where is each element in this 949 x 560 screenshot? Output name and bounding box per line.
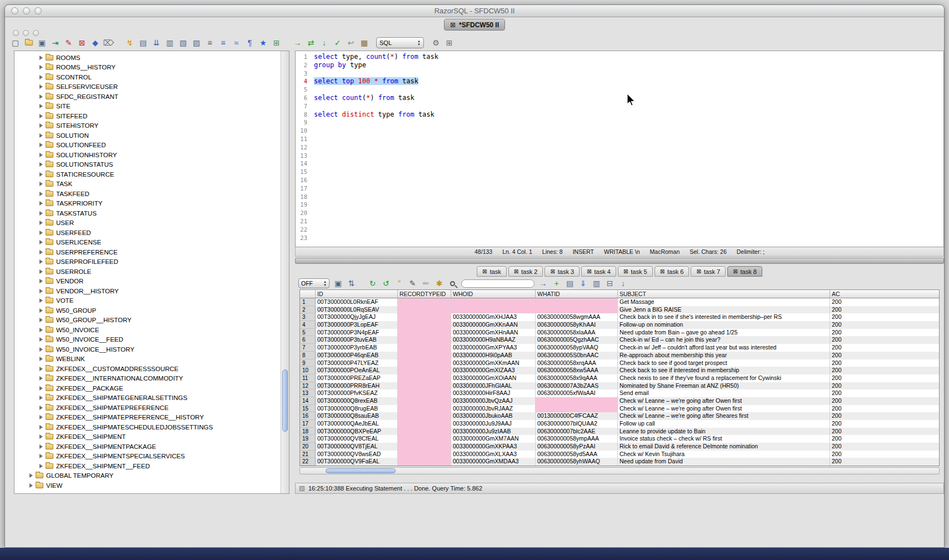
subject-cell[interactable]: Check w/ Leanne – we're going after Owen… bbox=[618, 397, 830, 405]
recordtypeid-cell[interactable] bbox=[398, 359, 451, 367]
table-row[interactable]: 1700T3000000QAeJbEAL0033000000Ju9J9AAJ00… bbox=[300, 420, 939, 428]
minimize-window-button[interactable] bbox=[23, 7, 30, 14]
id-cell[interactable]: 00T3000000PREZaEAP bbox=[316, 374, 398, 382]
whoid-cell[interactable]: 0033000000Ju9zIAAB bbox=[451, 428, 536, 436]
id-cell[interactable]: 00T3000000PfvKSEAZ bbox=[316, 389, 398, 397]
tree-item[interactable]: ZKFEDEX__SHIPMENT__FEED bbox=[15, 461, 280, 471]
tree-item[interactable]: SOLUTION bbox=[15, 131, 280, 141]
disclosure-triangle-icon[interactable] bbox=[39, 347, 43, 352]
row-number[interactable]: 2 bbox=[300, 306, 316, 314]
results-hscrollbar[interactable] bbox=[299, 467, 940, 474]
tree-item[interactable]: W50_GROUP__HISTORY bbox=[15, 316, 280, 326]
tree-item[interactable]: ZKFEDEX__SHIPMATEGENERALSETTINGS bbox=[15, 393, 280, 403]
row-number[interactable]: 16 bbox=[300, 412, 316, 420]
activitydate-cell[interactable]: 200 bbox=[830, 397, 940, 405]
code-line[interactable] bbox=[314, 69, 943, 78]
disclosure-triangle-icon[interactable] bbox=[39, 425, 43, 429]
row-number[interactable]: 21 bbox=[300, 451, 316, 458]
tree-item[interactable]: USERROLE bbox=[15, 267, 280, 277]
search-icon[interactable] bbox=[447, 278, 458, 289]
recordtypeid-cell[interactable] bbox=[398, 306, 451, 314]
disclosure-triangle-icon[interactable] bbox=[39, 123, 43, 128]
row-number[interactable]: 13 bbox=[300, 389, 316, 397]
subject-cell[interactable]: Check w/ Kevin Tsujihara bbox=[618, 451, 830, 458]
table-row[interactable]: 500T3000000P3N4pEAF0033000000GmXHnAAN006… bbox=[300, 329, 939, 337]
whatid-cell[interactable]: 006300000058yKhAAI bbox=[536, 321, 618, 329]
table-row[interactable]: 600T3000000P3tuvEAB0033000000H9aNBAAZ006… bbox=[300, 336, 939, 344]
activitydate-cell[interactable]: 200 bbox=[830, 367, 940, 374]
tree-item[interactable]: TASKFEED bbox=[15, 189, 280, 199]
tab-close-icon[interactable]: ⊠ bbox=[660, 268, 665, 274]
new-document-icon[interactable]: ▢ bbox=[9, 37, 21, 49]
result-tab[interactable]: ⊠task 4 bbox=[581, 266, 616, 277]
sql-editor[interactable]: 1234567891011121314151617181920212223 se… bbox=[295, 51, 944, 247]
whatid-cell[interactable] bbox=[536, 306, 618, 314]
add-row-icon[interactable]: + bbox=[551, 278, 562, 289]
whatid-cell[interactable]: 006300000058xw5AAA bbox=[536, 367, 618, 374]
recordtypeid-cell[interactable] bbox=[398, 420, 451, 428]
download-icon[interactable]: ↓ bbox=[617, 278, 629, 289]
activitydate-cell[interactable]: 200 bbox=[830, 443, 940, 451]
whatid-cell[interactable] bbox=[536, 397, 618, 405]
id-cell[interactable]: 00T3000000P3yrbEAB bbox=[316, 344, 398, 352]
sql-mode-select[interactable]: SQL ▲▼ bbox=[376, 37, 424, 48]
tree-item[interactable]: W50_INVOICE__HISTORY bbox=[15, 344, 280, 354]
tree-item[interactable]: USERLICENSE bbox=[15, 238, 280, 248]
id-cell[interactable]: 00T3000000L0RqSEAV bbox=[316, 306, 398, 314]
table-row[interactable]: 100T3000000L0RknEAFGet Massage200 bbox=[300, 298, 939, 306]
recordtypeid-cell[interactable] bbox=[398, 352, 451, 359]
disclosure-triangle-icon[interactable] bbox=[39, 182, 43, 186]
code-line[interactable] bbox=[314, 127, 943, 135]
row-number[interactable]: 15 bbox=[300, 405, 316, 413]
whatid-cell[interactable] bbox=[536, 405, 618, 413]
activitydate-cell[interactable]: 200 bbox=[830, 374, 940, 382]
recordtypeid-cell[interactable] bbox=[398, 382, 451, 390]
code-line[interactable]: select top 100 * from task bbox=[314, 77, 943, 86]
disclosure-triangle-icon[interactable] bbox=[39, 259, 43, 264]
disclosure-triangle-icon[interactable] bbox=[39, 104, 43, 108]
save-icon[interactable]: ▣ bbox=[36, 37, 48, 49]
table-row[interactable]: 1800T3000000QBXPeEAP0033000000Ju9zIAAB00… bbox=[300, 428, 939, 436]
whatid-cell[interactable]: 006300000058xrqAAA bbox=[536, 359, 618, 367]
id-cell[interactable]: 00T3000000QV8wsEAD bbox=[316, 451, 398, 458]
disclosure-triangle-icon[interactable] bbox=[39, 367, 43, 371]
whoid-cell[interactable]: 0033000000HirF8AAJ bbox=[451, 389, 536, 397]
tree-item[interactable]: ZKFEDEX__SHIPMENT bbox=[15, 432, 280, 442]
result-tab[interactable]: ⊠task bbox=[477, 266, 507, 277]
align-left-icon[interactable]: ≡ bbox=[217, 37, 229, 49]
activitydate-cell[interactable]: 200 bbox=[830, 352, 940, 359]
whatid-cell[interactable]: 006300000058yPzAAI bbox=[536, 443, 618, 451]
tab-close-icon[interactable]: ⊠ bbox=[623, 268, 628, 274]
tree-item[interactable]: W50_GROUP bbox=[15, 306, 280, 316]
activitydate-cell[interactable]: 200 bbox=[830, 412, 940, 420]
id-cell[interactable]: 00T3000000QAeJbEAL bbox=[316, 420, 398, 428]
recordtypeid-cell[interactable] bbox=[398, 397, 451, 405]
zoom-window-button[interactable] bbox=[34, 7, 42, 14]
title-bar[interactable]: RazorSQL - SFDCW50 II bbox=[5, 5, 944, 17]
whoid-cell[interactable]: 0033000000JbvQzAAJ bbox=[451, 397, 536, 405]
format-sql-icon[interactable]: ¶ bbox=[244, 37, 256, 49]
recordtypeid-cell[interactable] bbox=[398, 435, 451, 443]
print-icon[interactable]: ⊟ bbox=[604, 278, 616, 289]
disclosure-triangle-icon[interactable] bbox=[39, 415, 43, 419]
activitydate-cell[interactable]: 200 bbox=[830, 458, 940, 466]
whatid-cell[interactable]: 006300000058yhWAAQ bbox=[536, 458, 618, 466]
id-cell[interactable]: 00T3000000P3N4pEAF bbox=[316, 329, 398, 337]
recordtypeid-cell[interactable] bbox=[398, 298, 451, 306]
id-cell[interactable]: 00T3000000QV8TjEAL bbox=[316, 443, 398, 451]
disclosure-triangle-icon[interactable] bbox=[39, 396, 43, 400]
tree-item[interactable]: ZKFEDEX__SHIPMATESCHEDULEDJOBSSETTINGS bbox=[15, 422, 280, 432]
disclosure-triangle-icon[interactable] bbox=[39, 386, 43, 391]
disclosure-triangle-icon[interactable] bbox=[39, 464, 43, 468]
disclosure-triangle-icon[interactable] bbox=[39, 84, 43, 89]
tree-item[interactable]: TASK bbox=[15, 179, 280, 189]
subject-cell[interactable]: Check back to see if good target prospec… bbox=[618, 359, 830, 367]
code-line[interactable] bbox=[314, 176, 943, 184]
table-row[interactable]: 1500T3000000Q8rugEAB0033000000JbvRJAAZCh… bbox=[300, 405, 939, 413]
table-row[interactable]: 1100T3000000PREZaEAP0033000000GmXOiAAN00… bbox=[300, 374, 939, 382]
column-header[interactable]: RECORDTYPEID bbox=[398, 290, 451, 298]
recordtypeid-cell[interactable] bbox=[398, 389, 451, 397]
result-tab[interactable]: ⊠task 3 bbox=[545, 266, 580, 277]
whoid-cell[interactable]: 0033000000GmXKPAA3 bbox=[451, 443, 536, 451]
row-number[interactable]: 14 bbox=[300, 397, 316, 405]
